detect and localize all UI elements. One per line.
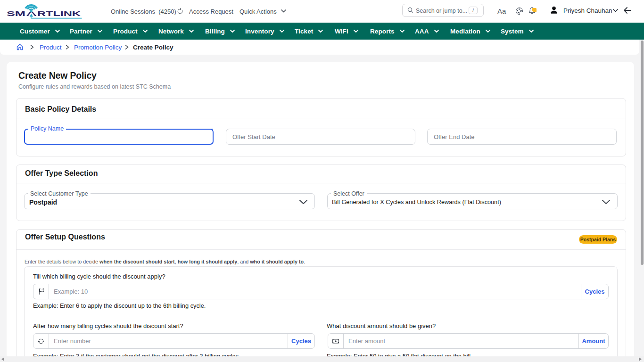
svg-text:SM: SM bbox=[7, 9, 25, 17]
svg-text:RTLINK: RTLINK bbox=[37, 9, 81, 17]
